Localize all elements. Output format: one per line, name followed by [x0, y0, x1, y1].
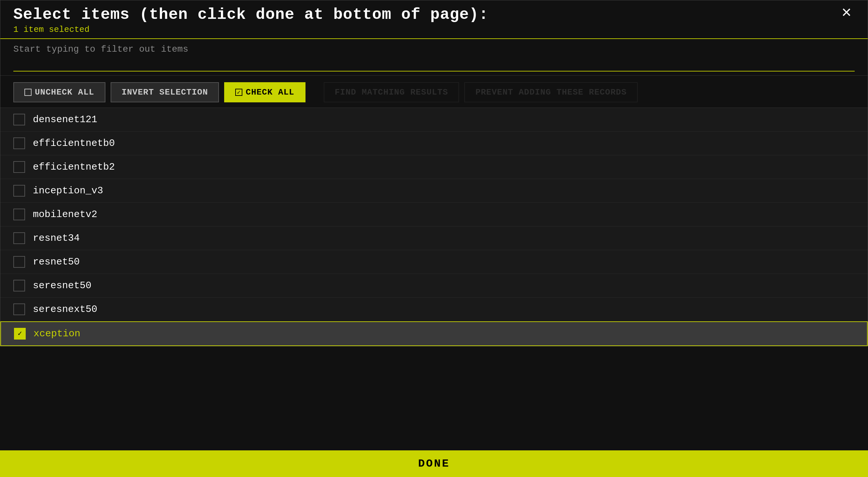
list-item[interactable]: resnet34: [0, 227, 868, 250]
list-item[interactable]: densenet121: [0, 108, 868, 132]
list-item[interactable]: resnet50: [0, 250, 868, 274]
list-item[interactable]: mobilenetv2: [0, 203, 868, 227]
item-label: resnet34: [33, 233, 80, 244]
filter-label: Start typing to filter out items: [13, 44, 855, 54]
uncheck-all-label: UNCHECK ALL: [35, 88, 94, 97]
item-label: xception: [33, 328, 80, 339]
item-checkbox: [13, 114, 25, 126]
item-label: inception_v3: [33, 185, 103, 196]
done-label: DONE: [418, 457, 450, 470]
item-checkbox: [14, 328, 26, 340]
check-all-button[interactable]: ✓ CHECK ALL: [224, 82, 305, 102]
modal-container: Select items (then click done at bottom …: [0, 0, 868, 346]
filter-input[interactable]: [13, 57, 855, 71]
item-checkbox: [13, 185, 25, 197]
item-label: seresnet50: [33, 280, 91, 291]
check-all-icon: ✓: [235, 89, 242, 96]
item-checkbox: [13, 232, 25, 244]
list-item[interactable]: efficientnetb2: [0, 155, 868, 179]
item-label: efficientnetb2: [33, 162, 115, 173]
item-checkbox: [13, 280, 25, 292]
item-label: resnet50: [33, 257, 80, 267]
list-item[interactable]: seresnext50: [0, 298, 868, 321]
item-label: mobilenetv2: [33, 209, 97, 220]
item-label: efficientnetb0: [33, 138, 115, 149]
modal: Select items (then click done at bottom …: [0, 0, 868, 346]
item-label: densenet121: [33, 114, 97, 125]
button-row: UNCHECK ALL INVERT SELECTION ✓ CHECK ALL…: [0, 76, 868, 108]
item-checkbox: [13, 209, 25, 220]
done-bar[interactable]: DONE: [0, 450, 868, 477]
list-item[interactable]: xception: [0, 321, 868, 346]
list-item[interactable]: inception_v3: [0, 179, 868, 203]
items-list: densenet121efficientnetb0efficientnetb2i…: [0, 108, 868, 346]
item-checkbox: [13, 256, 25, 268]
item-checkbox: [13, 304, 25, 315]
uncheck-all-button[interactable]: UNCHECK ALL: [13, 82, 105, 102]
item-checkbox: [13, 161, 25, 173]
modal-header: Select items (then click done at bottom …: [0, 0, 868, 39]
item-label: seresnext50: [33, 304, 97, 315]
modal-title: Select items (then click done at bottom …: [13, 6, 838, 23]
invert-selection-button[interactable]: INVERT SELECTION: [111, 82, 219, 102]
check-all-label: CHECK ALL: [246, 88, 294, 97]
filter-section: Start typing to filter out items: [0, 39, 868, 76]
list-item[interactable]: seresnet50: [0, 274, 868, 298]
ghost-button-1: FIND MATCHING RESULTS: [324, 82, 459, 102]
uncheck-icon: [24, 89, 32, 96]
invert-selection-label: INVERT SELECTION: [122, 88, 208, 97]
list-item[interactable]: efficientnetb0: [0, 132, 868, 155]
modal-title-section: Select items (then click done at bottom …: [13, 6, 838, 34]
modal-close-button[interactable]: ×: [838, 4, 855, 21]
ghost-button-2: PREVENT ADDING THESE RECORDS: [464, 82, 638, 102]
modal-subtitle: 1 item selected: [13, 25, 838, 34]
item-checkbox: [13, 137, 25, 149]
